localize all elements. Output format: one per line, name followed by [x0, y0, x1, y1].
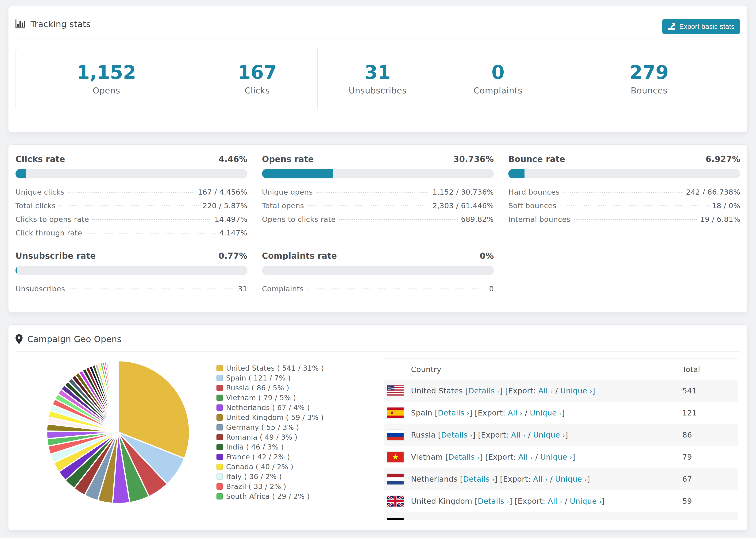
export-basic-stats-button[interactable]: Export basic stats: [662, 19, 740, 34]
legend-item-romania[interactable]: Romania ( 49 / 3% ): [216, 432, 324, 442]
legend-item-russia[interactable]: Russia ( 86 / 5% ): [216, 383, 324, 393]
legend-swatch: [216, 444, 223, 450]
rate-row-label: Unique opens: [262, 188, 313, 196]
country-name: United Kingdom [: [411, 497, 478, 506]
rate-value: 30.736%: [453, 154, 494, 164]
total-cell: 86: [682, 430, 738, 439]
export-all-link-spain[interactable]: All ›: [508, 408, 522, 417]
legend-item-canada[interactable]: Canada ( 40 / 2% ): [216, 462, 324, 471]
legend-swatch: [216, 473, 223, 480]
dashboard-page: Tracking stats Export basic stats: [0, 0, 756, 531]
bracket-text: ] [Export:: [473, 430, 511, 439]
geo-pie-legend: United States ( 541 / 31% )Spain ( 121 /…: [216, 363, 324, 501]
rate-section-bounce-rate: Bounce rate6.927%Hard bounces242 / 86.73…: [508, 154, 740, 229]
rate-value: 4.46%: [219, 154, 247, 164]
legend-swatch: [216, 375, 223, 381]
legend-item-italy[interactable]: Italy ( 36 / 2% ): [216, 471, 324, 481]
rate-section-header: Unsubscribe rate0.77%: [16, 251, 247, 260]
legend-label: Romania ( 49 / 3% ): [226, 433, 297, 441]
summary-label: Bounces: [631, 85, 668, 96]
legend-item-france[interactable]: France ( 42 / 2% ): [216, 452, 324, 462]
rate-row: Total opens2,303 / 61.446%: [262, 201, 494, 215]
bracket-close: ]: [592, 386, 595, 395]
chevron-right-icon: ›: [545, 476, 548, 483]
summary-value: 279: [629, 62, 669, 82]
map-marker-icon: [16, 334, 23, 344]
rates-column-1: Clicks rate4.46%Unique clicks167 / 4.456…: [16, 154, 247, 298]
legend-label: Netherlands ( 67 / 4% ): [226, 404, 310, 412]
export-unique-link-germany[interactable]: Unique ›: [544, 519, 575, 520]
rate-section-header: Bounce rate6.927%: [508, 154, 740, 164]
rate-row-label: Click through rate: [16, 229, 82, 237]
rate-progress-track: [16, 266, 247, 275]
legend-item-brazil[interactable]: Brazil ( 33 / 2% ): [216, 481, 324, 491]
chevron-right-icon: ›: [570, 454, 572, 461]
export-unique-link-russia[interactable]: Unique ›: [533, 430, 565, 439]
dotted-leader: [339, 219, 458, 220]
export-unique-link-spain[interactable]: Unique ›: [530, 408, 562, 417]
dotted-leader: [68, 289, 235, 290]
export-unique-link-vietnam[interactable]: Unique ›: [540, 453, 572, 461]
chevron-right-icon: ›: [559, 410, 562, 417]
legend-item-united-kingdom[interactable]: United Kingdom ( 59 / 3% ): [216, 412, 324, 422]
legend-item-vietnam[interactable]: Vietnam ( 79 / 5% ): [216, 393, 324, 403]
rate-title: Bounce rate: [508, 154, 565, 164]
geo-pie-chart[interactable]: [46, 360, 190, 504]
export-all-link-united-states[interactable]: All ›: [538, 386, 553, 395]
legend-item-netherlands[interactable]: Netherlands ( 67 / 4% ): [216, 403, 324, 412]
legend-swatch: [216, 434, 223, 440]
rate-row-label: Internal bounces: [508, 215, 570, 224]
legend-label: Germany ( 55 / 3% ): [226, 423, 299, 431]
country-name: Russia [: [411, 430, 441, 439]
details-link-spain[interactable]: Details ›: [438, 408, 469, 417]
export-all-link-germany[interactable]: All ›: [521, 519, 536, 520]
details-link-germany[interactable]: Details ›: [452, 519, 483, 520]
rate-row-value: 0: [489, 285, 494, 293]
export-all-link-netherlands[interactable]: All ›: [533, 475, 548, 484]
geo-table-row-united-kingdom: United Kingdom [Details ›] [Export: All …: [384, 490, 739, 512]
rate-rows: Unique clicks167 / 4.456%Total clicks220…: [16, 188, 247, 242]
legend-label: Vietnam ( 79 / 5% ): [226, 394, 296, 402]
export-unique-link-united-states[interactable]: Unique ›: [561, 386, 592, 395]
legend-item-india[interactable]: India ( 46 / 3% ): [216, 442, 324, 452]
details-link-vietnam[interactable]: Details ›: [448, 453, 480, 461]
bracket-close: ]: [602, 497, 605, 506]
rate-value: 0%: [480, 251, 494, 260]
rate-row-value: 689.82%: [461, 215, 494, 224]
export-unique-link-netherlands[interactable]: Unique ›: [555, 475, 587, 484]
legend-label: Italy ( 36 / 2% ): [226, 472, 282, 481]
export-unique-link-united-kingdom[interactable]: Unique ›: [570, 497, 602, 506]
export-all-link-russia[interactable]: All ›: [511, 430, 526, 439]
rate-section-header: Opens rate30.736%: [262, 154, 494, 164]
flag-us-icon: [384, 385, 411, 396]
summary-value: 31: [365, 62, 391, 82]
summary-label: Complaints: [473, 85, 522, 96]
chevron-right-icon: ›: [560, 498, 562, 505]
legend-item-spain[interactable]: Spain ( 121 / 7% ): [216, 373, 324, 383]
geo-table-row-vietnam: Vietnam [Details ›] [Export: All › / Uni…: [384, 446, 739, 468]
export-all-link-united-kingdom[interactable]: All ›: [548, 497, 562, 506]
slash-text: /: [522, 408, 530, 417]
export-all-link-vietnam[interactable]: All ›: [518, 453, 533, 461]
legend-item-germany[interactable]: Germany ( 55 / 3% ): [216, 422, 324, 432]
details-link-united-states[interactable]: Details ›: [468, 386, 500, 395]
legend-item-south-africa[interactable]: South Africa ( 29 / 2% ): [216, 491, 324, 501]
rate-progress-fill: [508, 169, 524, 178]
geo-card-title-text: Campaign Geo Opens: [27, 335, 122, 344]
rate-row-value: 31: [238, 285, 247, 293]
slash-text: /: [536, 519, 544, 520]
details-link-russia[interactable]: Details ›: [441, 430, 472, 439]
details-link-united-kingdom[interactable]: Details ›: [478, 497, 509, 506]
country-cell: United Kingdom [Details ›] [Export: All …: [411, 497, 682, 506]
details-link-netherlands[interactable]: Details ›: [463, 475, 495, 484]
geo-table-row-russia: Russia [Details ›] [Export: All › / Uniq…: [384, 424, 739, 446]
legend-item-united-states[interactable]: United States ( 541 / 31% ): [216, 363, 324, 373]
country-name: United States [: [411, 386, 468, 395]
geo-table-row-spain: Spain [Details ›] [Export: All › / Uniqu…: [384, 402, 739, 424]
legend-label: France ( 42 / 2% ): [226, 453, 290, 461]
rate-row-label: Opens to clicks rate: [262, 215, 336, 224]
tracking-stats-header: Tracking stats Export basic stats: [16, 6, 740, 34]
rate-rows: Unsubscribes31: [16, 285, 247, 298]
dotted-leader: [85, 233, 216, 234]
rate-row-label: Clicks to opens rate: [16, 215, 89, 224]
